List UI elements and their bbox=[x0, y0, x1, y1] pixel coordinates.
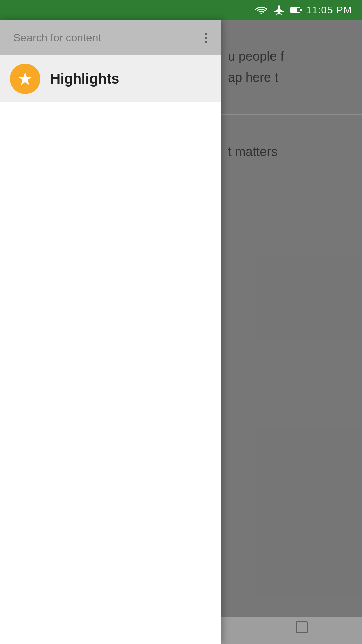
drawer-content-area bbox=[0, 102, 221, 644]
search-input[interactable] bbox=[13, 32, 186, 44]
more-dot-2 bbox=[205, 37, 207, 39]
status-bar: 11:05 PM bbox=[0, 0, 362, 20]
star-icon: ★ bbox=[17, 69, 33, 89]
search-bar-container bbox=[0, 20, 221, 55]
search-input-wrapper[interactable] bbox=[7, 27, 192, 49]
wifi-icon bbox=[255, 5, 267, 15]
scrim-overlay bbox=[221, 20, 362, 617]
status-icons: 11:05 PM bbox=[255, 4, 352, 16]
more-options-button[interactable] bbox=[198, 29, 215, 46]
recents-icon bbox=[296, 621, 308, 633]
menu-item-highlights[interactable]: ★ Highlights bbox=[0, 55, 221, 102]
highlights-label: Highlights bbox=[50, 71, 119, 87]
airplane-icon bbox=[274, 5, 284, 15]
battery-icon bbox=[290, 7, 300, 13]
nav-recents-button[interactable] bbox=[282, 614, 322, 641]
more-dot-3 bbox=[205, 41, 207, 43]
status-time: 11:05 PM bbox=[306, 4, 352, 16]
more-dot-1 bbox=[205, 33, 207, 35]
drawer-panel: ★ Highlights bbox=[0, 20, 221, 644]
highlights-icon-circle: ★ bbox=[10, 64, 40, 94]
